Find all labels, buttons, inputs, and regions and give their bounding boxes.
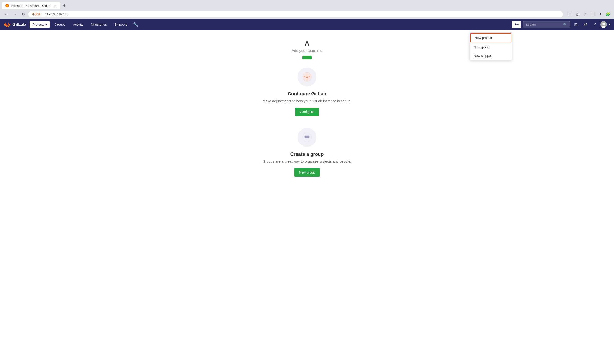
search-placeholder: Search <box>526 23 535 26</box>
partial-header: A Add your team me <box>236 40 378 60</box>
extensions-button[interactable]: 🧩 <box>604 11 611 17</box>
svg-point-21 <box>306 136 307 137</box>
gear-icon <box>302 72 312 82</box>
nav-snippets[interactable]: Snippets <box>111 21 130 28</box>
browser-chrome: Projects · Dashboard · GitLab ✕ + ← → ↻ … <box>0 0 614 19</box>
split-screen-button[interactable]: ⬜ <box>589 11 596 17</box>
group-desc: Groups are a great way to organize proje… <box>263 159 351 163</box>
nav-groups[interactable]: Groups <box>52 21 68 28</box>
browser-actions: ☰ あ ☆ ⬜ ✦ 🧩 <box>567 11 611 17</box>
address-bar[interactable]: 不安全 | 192.168.182.130 <box>28 11 563 17</box>
configure-button[interactable]: Configure <box>295 108 319 116</box>
svg-point-20 <box>305 136 306 137</box>
nav-activity[interactable]: Activity <box>70 21 86 28</box>
issues-icon[interactable]: ✓ <box>591 21 598 28</box>
new-tab-button[interactable]: + <box>61 2 68 9</box>
plus-dropdown-container: + ▾ New project New group New snippet <box>512 21 521 28</box>
partial-title: A <box>236 40 378 47</box>
svg-point-22 <box>307 136 308 137</box>
invite-button-partial[interactable] <box>302 56 312 60</box>
tab-bar: Projects · Dashboard · GitLab ✕ + <box>0 0 614 9</box>
configure-title: Configure GitLab <box>288 91 326 97</box>
plus-button[interactable]: + ▾ <box>512 21 521 28</box>
favorites-button[interactable]: ☆ <box>582 11 588 17</box>
search-box[interactable]: Search 🔍 <box>523 21 570 28</box>
plus-dropdown-menu: New project New group New snippet <box>470 32 512 60</box>
configure-desc: Make adjustments to how your GitLab inst… <box>263 99 351 103</box>
new-group-button[interactable]: New group <box>294 168 320 177</box>
configure-section: Configure GitLab Make adjustments to how… <box>248 67 366 116</box>
admin-wrench-icon[interactable]: 🔧 <box>132 21 139 28</box>
merge-requests-icon[interactable]: ⇄ <box>581 21 589 28</box>
gitlab-logo-text: GitLab <box>12 22 26 27</box>
tab-favicon <box>5 4 9 8</box>
nav-milestones[interactable]: Milestones <box>88 21 110 28</box>
configure-icon-circle <box>298 67 316 86</box>
new-project-item[interactable]: New project <box>470 33 511 42</box>
refresh-button[interactable]: ↻ <box>20 11 27 17</box>
address-bar-row: ← → ↻ 不安全 | 192.168.182.130 ☰ あ ☆ ⬜ ✦ 🧩 <box>0 9 614 19</box>
new-snippet-item[interactable]: New snippet <box>470 52 512 60</box>
gitlab-navbar: GitLab Projects ▾ Groups Activity Milest… <box>0 19 614 30</box>
tab-close-button[interactable]: ✕ <box>53 4 57 8</box>
nav-projects[interactable]: Projects ▾ <box>29 21 50 28</box>
sidebar-toggle-icon[interactable]: ⊡ <box>572 21 579 28</box>
create-group-section: Create a group Groups are a great way to… <box>248 128 366 177</box>
translate-button[interactable]: あ <box>574 11 581 17</box>
url-text: 192.168.182.130 <box>45 13 68 16</box>
svg-point-4 <box>602 23 605 25</box>
main-content: A Add your team me <box>0 30 614 364</box>
svg-point-19 <box>307 135 310 138</box>
reader-mode-button[interactable]: ☰ <box>567 11 573 17</box>
tab-title: Projects · Dashboard · GitLab <box>11 4 51 8</box>
group-icon-circle <box>298 128 316 147</box>
back-button[interactable]: ← <box>3 11 10 17</box>
forward-button[interactable]: → <box>11 11 18 17</box>
gitlab-logo[interactable]: GitLab <box>4 21 26 28</box>
svg-point-2 <box>7 5 8 6</box>
svg-point-8 <box>306 76 308 78</box>
separator: | <box>42 13 43 16</box>
user-avatar[interactable] <box>600 21 607 28</box>
security-warning: 不安全 <box>32 12 41 16</box>
gitlab-fox-icon <box>4 21 10 28</box>
add-team-text: Add your team me <box>236 49 378 53</box>
group-title: Create a group <box>290 152 324 157</box>
new-group-item[interactable]: New group <box>470 43 512 52</box>
search-icon: 🔍 <box>563 23 567 26</box>
svg-point-23 <box>308 136 309 137</box>
active-tab[interactable]: Projects · Dashboard · GitLab ✕ <box>2 2 60 9</box>
user-dropdown-chevron[interactable]: ▾ <box>609 23 610 26</box>
group-icon <box>302 133 312 142</box>
browser-settings-button[interactable]: ✦ <box>597 11 604 17</box>
avatar-icon <box>600 21 607 28</box>
